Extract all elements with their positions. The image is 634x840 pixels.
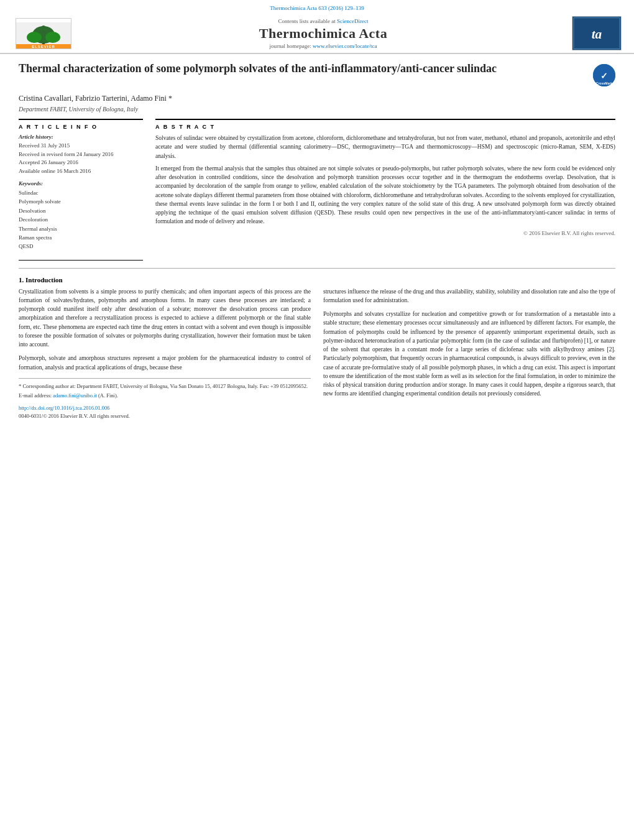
- accepted-date: Accepted 26 January 2016: [19, 159, 143, 167]
- keywords-section: Keywords: Sulindac Polymorph solvate Des…: [19, 180, 143, 251]
- article-info-header: A R T I C L E I N F O: [19, 124, 143, 130]
- email-link[interactable]: adamo.fini@unibo.it: [53, 392, 97, 399]
- abstract-paragraph-2: It emerged from the thermal analysis tha…: [155, 164, 615, 226]
- intro-columns: Crystallization from solvents is a simpl…: [19, 287, 615, 420]
- doi-link[interactable]: http://dx.doi.org/10.1016/j.tca.2016.01.…: [19, 405, 109, 411]
- keyword-6: Raman spectra: [19, 233, 143, 242]
- corresponding-author: * Corresponding author at: Department FA…: [19, 382, 311, 390]
- article-title-section: Thermal characterization of some polymor…: [19, 62, 615, 90]
- svg-point-5: [42, 25, 45, 29]
- journal-logo: ta: [572, 16, 622, 50]
- received-date: Received 31 July 2015: [19, 142, 143, 150]
- contents-line: Contents lists available at ScienceDirec…: [75, 18, 572, 24]
- svg-text:CrossMark: CrossMark: [596, 81, 612, 85]
- keyword-4: Decoloration: [19, 215, 143, 224]
- journal-logo-svg: ta: [572, 16, 621, 50]
- intro-para-1: Crystallization from solvents is a simpl…: [19, 287, 311, 349]
- authors-line: Cristina Cavallari, Fabrizio Tarterini, …: [19, 94, 615, 103]
- history-label: Article history:: [19, 134, 143, 140]
- keyword-7: QESD: [19, 242, 143, 251]
- footnote-section: * Corresponding author at: Department FA…: [19, 378, 311, 400]
- email-line: E-mail address: adamo.fini@unibo.it (A. …: [19, 392, 311, 400]
- abstract-box: A B S T R A C T Solvates of sulindac wer…: [155, 119, 615, 236]
- intro-section: 1. Introduction Crystallization from sol…: [19, 276, 615, 420]
- available-date: Available online 16 March 2016: [19, 167, 143, 176]
- article-history: Article history: Received 31 July 2015 R…: [19, 134, 143, 175]
- article-body: Thermal characterization of some polymor…: [0, 54, 634, 428]
- intro-title: 1. Introduction: [19, 276, 615, 284]
- homepage-line: journal homepage: www.elsevier.com/locat…: [75, 43, 572, 49]
- header-center: Contents lists available at ScienceDirec…: [75, 18, 572, 49]
- copyright-line: © 2016 Elsevier B.V. All rights reserved…: [155, 230, 615, 236]
- affiliation-line: Department FABIT, University of Bologna,…: [19, 106, 615, 113]
- svg-text:ELSEVIER: ELSEVIER: [32, 45, 55, 48]
- section-divider: [19, 268, 615, 269]
- article-info-col: A R T I C L E I N F O Article history: R…: [19, 119, 143, 261]
- intro-para-right-1: structures influence the release of the …: [323, 287, 615, 305]
- keywords-label: Keywords:: [19, 180, 143, 187]
- journal-ref-bar: Thermochimica Acta 633 (2016) 129–139: [12, 5, 622, 11]
- intro-para-right-2: Polymorphs and solvates crystallize for …: [323, 310, 615, 399]
- elsevier-logo-img: ELSEVIER: [16, 18, 71, 49]
- keywords-list: Sulindac Polymorph solvate Desolvation D…: [19, 188, 143, 251]
- keyword-3: Desolvation: [19, 206, 143, 215]
- keyword-1: Sulindac: [19, 188, 143, 197]
- article-info-box: A R T I C L E I N F O Article history: R…: [19, 119, 143, 261]
- abstract-paragraph-1: Solvates of sulindac were obtained by cr…: [155, 134, 615, 160]
- abstract-col: A B S T R A C T Solvates of sulindac wer…: [155, 119, 615, 261]
- keyword-5: Thermal analysis: [19, 224, 143, 233]
- article-info-abstract-section: A R T I C L E I N F O Article history: R…: [19, 119, 615, 261]
- elsevier-logo: ELSEVIER: [12, 16, 75, 50]
- svg-point-4: [45, 32, 60, 43]
- article-main-title: Thermal characterization of some polymor…: [19, 62, 593, 76]
- elsevier-tree-svg: ELSEVIER: [16, 22, 71, 48]
- doi-line: http://dx.doi.org/10.1016/j.tca.2016.01.…: [19, 404, 311, 412]
- journal-header: Thermochimica Acta 633 (2016) 129–139: [0, 0, 634, 54]
- intro-right-col: structures influence the release of the …: [323, 287, 615, 420]
- abstract-text: Solvates of sulindac were obtained by cr…: [155, 134, 615, 226]
- crossmark-icon: ✓ CrossMark: [593, 64, 615, 86]
- svg-point-3: [27, 32, 42, 43]
- journal-title: Thermochimica Acta: [75, 25, 572, 42]
- svg-text:ta: ta: [592, 27, 602, 42]
- crossmark-badge[interactable]: ✓ CrossMark: [593, 64, 615, 86]
- header-middle: ELSEVIER Contents lists available at Sci…: [12, 14, 622, 53]
- intro-left-col: Crystallization from solvents is a simpl…: [19, 287, 311, 420]
- homepage-link[interactable]: www.elsevier.com/locate/tca: [313, 43, 377, 49]
- intro-para-2: Polymorph, solvate and amorphous structu…: [19, 354, 311, 372]
- keyword-2: Polymorph solvate: [19, 197, 143, 206]
- abstract-header: A B S T R A C T: [155, 124, 615, 130]
- svg-text:✓: ✓: [600, 71, 608, 81]
- sciencedirect-link[interactable]: ScienceDirect: [337, 18, 368, 24]
- journal-ref: Thermochimica Acta 633 (2016) 129–139: [270, 5, 364, 11]
- issn-line: 0040-6031/© 2016 Elsevier B.V. All right…: [19, 412, 311, 420]
- revised-date: Received in revised form 24 January 2016: [19, 150, 143, 159]
